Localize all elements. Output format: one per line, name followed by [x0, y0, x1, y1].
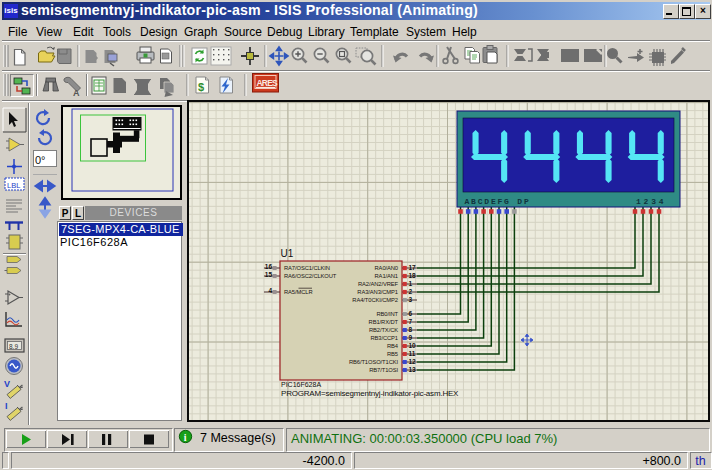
- svg-text:RA0/AN0: RA0/AN0: [375, 265, 398, 271]
- svg-text:ABCDEFG DP: ABCDEFG DP: [465, 197, 531, 206]
- svg-text:RA7/OSC1/CLKIN: RA7/OSC1/CLKIN: [284, 265, 330, 271]
- svg-text:9: 9: [409, 334, 413, 341]
- svg-text:RA2/AN2/VREF: RA2/AN2/VREF: [358, 281, 399, 287]
- svg-text:1234: 1234: [636, 197, 666, 206]
- svg-text:6: 6: [409, 310, 413, 317]
- svg-text:RA3/AN3/CMP1: RA3/AN3/CMP1: [357, 289, 398, 295]
- svg-text:10: 10: [409, 342, 417, 349]
- svg-text:8.9: 8.9: [9, 343, 18, 350]
- svg-text:RA1/AN1: RA1/AN1: [375, 273, 398, 279]
- svg-text:V: V: [4, 379, 10, 389]
- svg-text:8: 8: [409, 326, 413, 333]
- svg-text:PROGRAM=semisegmentnyj-indikat: PROGRAM=semisegmentnyj-indikator-pic-asm…: [281, 389, 459, 398]
- svg-text:RB1/RX/DT: RB1/RX/DT: [369, 319, 399, 325]
- svg-text:7: 7: [409, 318, 413, 325]
- svg-text:I: I: [5, 401, 8, 411]
- svg-text:11: 11: [409, 350, 416, 357]
- svg-text:RB6/T1OSO/T1CKI: RB6/T1OSO/T1CKI: [349, 359, 399, 365]
- svg-text:3: 3: [409, 296, 413, 303]
- svg-text:U1: U1: [281, 248, 294, 259]
- svg-text:RA4/T0CKI/CMP2: RA4/T0CKI/CMP2: [352, 297, 398, 303]
- svg-text:RB0/INT: RB0/INT: [376, 311, 398, 317]
- svg-text:2: 2: [409, 288, 413, 295]
- svg-text:RB3/CCP1: RB3/CCP1: [370, 335, 398, 341]
- svg-text:LBL: LBL: [7, 181, 20, 190]
- svg-text:1: 1: [409, 280, 413, 287]
- svg-text:17: 17: [409, 264, 417, 271]
- svg-text:RA5/MCLR: RA5/MCLR: [284, 289, 313, 295]
- svg-text:18: 18: [409, 272, 417, 279]
- svg-text:RB2/TX/CK: RB2/TX/CK: [369, 327, 398, 333]
- svg-text:RB4: RB4: [387, 343, 399, 349]
- svg-text:RB7/T1OSI: RB7/T1OSI: [369, 367, 398, 373]
- svg-text:PIC16F628A: PIC16F628A: [281, 381, 321, 388]
- svg-text:12: 12: [409, 358, 417, 365]
- svg-text:RA6/OSC2/CLKOUT: RA6/OSC2/CLKOUT: [284, 273, 337, 279]
- svg-text:15: 15: [265, 271, 273, 278]
- svg-text:16: 16: [265, 263, 273, 270]
- svg-text:13: 13: [409, 366, 417, 373]
- svg-text:RB5: RB5: [387, 351, 398, 357]
- svg-text:0°: 0°: [35, 154, 46, 166]
- svg-text:4: 4: [268, 287, 272, 294]
